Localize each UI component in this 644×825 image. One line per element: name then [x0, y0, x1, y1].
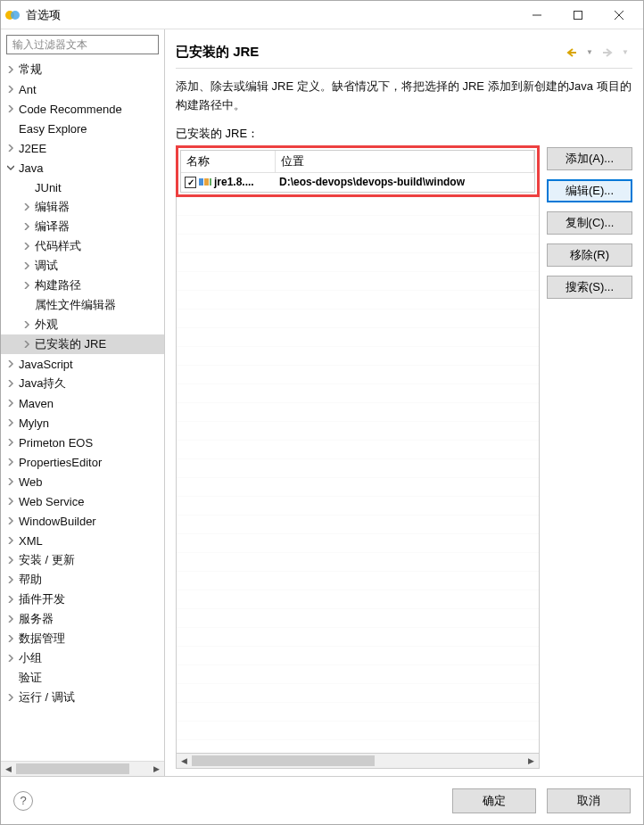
- scroll-right-icon[interactable]: ▶: [149, 762, 164, 777]
- tree-item[interactable]: WindowBuilder: [1, 511, 164, 531]
- chevron-right-icon[interactable]: [4, 456, 17, 468]
- tree-item[interactable]: 编辑器: [1, 197, 164, 217]
- tree-item[interactable]: 插件开发: [1, 590, 164, 609]
- scroll-right-icon[interactable]: ▶: [524, 754, 539, 769]
- tree-item[interactable]: Java持久: [1, 374, 164, 393]
- tree-item[interactable]: 服务器: [1, 609, 164, 629]
- chevron-down-icon[interactable]: [4, 161, 17, 174]
- tree-item-label: 代码样式: [35, 238, 81, 254]
- tree-item[interactable]: 数据管理: [1, 629, 164, 648]
- tree-item[interactable]: 小组: [1, 648, 164, 668]
- close-button[interactable]: [599, 2, 640, 29]
- table-scrollbar[interactable]: ◀ ▶: [176, 754, 540, 769]
- preference-tree[interactable]: 常规AntCode Recommende Easy ExploreJ2EEJav…: [1, 58, 164, 761]
- tree-item-label: 编译器: [35, 219, 70, 235]
- tree-item[interactable]: Code Recommende: [1, 99, 164, 119]
- tree-item[interactable]: Web Service: [1, 491, 164, 511]
- maximize-button[interactable]: [557, 2, 599, 29]
- help-icon[interactable]: ?: [13, 791, 33, 811]
- chevron-right-icon[interactable]: [4, 593, 17, 606]
- tree-item[interactable]: 构建路径: [1, 276, 164, 295]
- chevron-right-icon[interactable]: [4, 495, 17, 507]
- add-button[interactable]: 添加(A)...: [547, 147, 632, 170]
- svg-rect-6: [199, 178, 203, 186]
- tree-item[interactable]: XML: [1, 531, 164, 550]
- copy-button[interactable]: 复制(C)...: [547, 211, 632, 235]
- chevron-right-icon[interactable]: [4, 103, 17, 115]
- chevron-right-icon[interactable]: [4, 475, 17, 488]
- scroll-left-icon[interactable]: ◀: [177, 754, 192, 769]
- chevron-right-icon[interactable]: [21, 279, 33, 292]
- tree-item[interactable]: Maven: [1, 393, 164, 413]
- tree-item[interactable]: J2EE: [1, 138, 164, 158]
- tree-item[interactable]: 外观: [1, 315, 164, 334]
- chevron-right-icon[interactable]: [4, 142, 17, 154]
- chevron-right-icon[interactable]: [4, 515, 17, 527]
- table-row[interactable]: ✓jre1.8....D:\eos-devops\devops-build\wi…: [181, 173, 534, 192]
- ok-button[interactable]: 确定: [452, 788, 536, 813]
- tree-item[interactable]: JavaScript: [1, 354, 164, 374]
- chevron-right-icon[interactable]: [4, 573, 17, 586]
- chevron-right-icon[interactable]: [4, 554, 17, 566]
- chevron-right-icon[interactable]: [21, 201, 33, 213]
- chevron-right-icon[interactable]: [4, 534, 17, 547]
- chevron-right-icon[interactable]: [21, 260, 33, 272]
- tree-item[interactable]: JUnit: [1, 177, 164, 197]
- titlebar: 首选项: [1, 1, 643, 29]
- checkbox[interactable]: ✓: [185, 177, 196, 188]
- jre-table[interactable]: 名称 位置 ✓jre1.8....D:\eos-devops\devops-bu…: [180, 150, 535, 193]
- tree-item[interactable]: Easy Explore: [1, 119, 164, 138]
- chevron-right-icon[interactable]: [4, 436, 17, 449]
- chevron-right-icon[interactable]: [4, 613, 17, 625]
- tree-item[interactable]: 调试: [1, 256, 164, 276]
- tree-item[interactable]: 运行 / 调试: [1, 688, 164, 707]
- tree-item[interactable]: Mylyn: [1, 413, 164, 433]
- app-icon: [4, 7, 21, 23]
- column-name-header[interactable]: 名称: [181, 151, 276, 173]
- tree-item[interactable]: 验证: [1, 668, 164, 688]
- minimize-button[interactable]: [516, 2, 557, 29]
- chevron-right-icon[interactable]: [4, 652, 17, 664]
- dropdown-icon[interactable]: ▼: [582, 45, 597, 60]
- search-button[interactable]: 搜索(S)...: [547, 276, 632, 299]
- tree-item[interactable]: Ant: [1, 79, 164, 99]
- tree-item[interactable]: Web: [1, 472, 164, 491]
- tree-item-label: XML: [19, 534, 43, 548]
- remove-button[interactable]: 移除(R): [547, 243, 632, 267]
- tree-item[interactable]: 属性文件编辑器: [1, 295, 164, 315]
- scroll-left-icon[interactable]: ◀: [1, 762, 16, 777]
- nav-forward-icon[interactable]: [600, 45, 615, 60]
- tree-item[interactable]: PropertiesEditor: [1, 452, 164, 472]
- chevron-right-icon[interactable]: [21, 318, 33, 331]
- chevron-right-icon[interactable]: [21, 240, 33, 252]
- chevron-right-icon[interactable]: [4, 691, 17, 704]
- chevron-right-icon[interactable]: [4, 397, 17, 409]
- chevron-right-icon[interactable]: [21, 220, 33, 233]
- tree-item-label: Maven: [19, 397, 54, 410]
- tree-item-label: 常规: [19, 62, 42, 78]
- chevron-right-icon[interactable]: [4, 358, 17, 370]
- chevron-right-icon[interactable]: [4, 83, 17, 95]
- tree-item[interactable]: 常规: [1, 60, 164, 79]
- chevron-right-icon[interactable]: [4, 377, 17, 390]
- chevron-right-icon[interactable]: [4, 417, 17, 429]
- edit-button[interactable]: 编辑(E)...: [547, 179, 632, 202]
- cancel-button[interactable]: 取消: [547, 788, 631, 813]
- tree-item[interactable]: 编译器: [1, 217, 164, 236]
- sidebar-scrollbar[interactable]: ◀ ▶: [1, 761, 164, 776]
- nav-back-icon[interactable]: [565, 45, 579, 60]
- tree-item[interactable]: 代码样式: [1, 236, 164, 256]
- tree-item[interactable]: 已安装的 JRE: [1, 334, 164, 354]
- filter-input[interactable]: [6, 35, 159, 54]
- dropdown-icon[interactable]: ▼: [618, 45, 632, 60]
- chevron-right-icon[interactable]: [4, 632, 17, 645]
- chevron-right-icon[interactable]: [21, 338, 33, 351]
- chevron-right-icon[interactable]: [4, 63, 17, 76]
- tree-item[interactable]: Primeton EOS: [1, 433, 164, 452]
- column-location-header[interactable]: 位置: [276, 151, 534, 173]
- footer: ? 确定 取消: [1, 776, 643, 824]
- tree-item-label: Easy Explore: [19, 122, 87, 136]
- tree-item[interactable]: Java: [1, 158, 164, 177]
- tree-item[interactable]: 安装 / 更新: [1, 550, 164, 570]
- tree-item[interactable]: 帮助: [1, 570, 164, 590]
